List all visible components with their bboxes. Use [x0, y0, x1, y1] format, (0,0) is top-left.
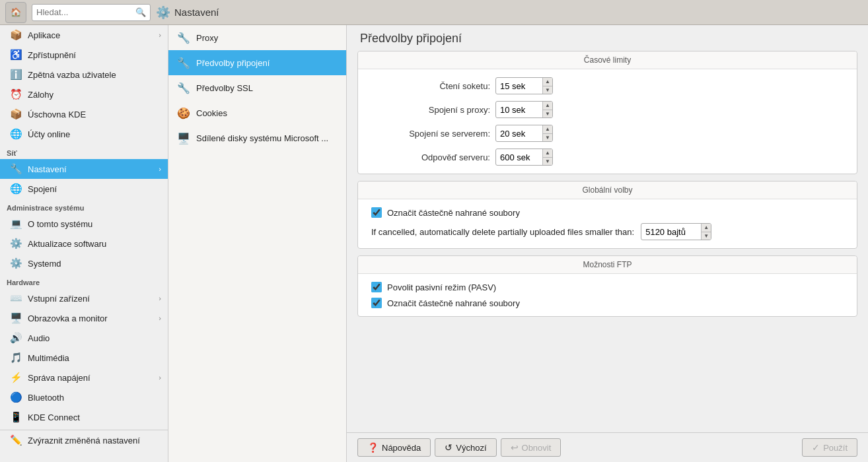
middle-label-sdilene-disky: Sdílené disky systému Microsoft ...: [196, 133, 328, 143]
vstupni-icon: ⌨️: [9, 292, 22, 305]
predvolby-ssl-icon: 🔧: [176, 81, 191, 95]
section-globalni-volby: Globální volby Označit částečně nahrané …: [357, 181, 857, 249]
napoveda-icon: ❓: [367, 442, 379, 453]
section-label-hardware: Hardware: [0, 273, 168, 288]
obrazovka-icon: 🖥️: [9, 312, 22, 325]
spin-up-proxy[interactable]: ▲: [543, 101, 552, 110]
sidebar-item-zpristupneni[interactable]: ♿ Zpřístupnění: [0, 45, 168, 65]
sidebar-item-multimedia[interactable]: 🎵 Multimédia: [0, 348, 168, 368]
sidebar-item-systemd[interactable]: ⚙️ Systemd: [0, 253, 168, 273]
sidebar-label-ucty-online: Účty online: [28, 129, 70, 139]
sidebar-item-zvyraznit[interactable]: ✏️ Zvýraznit změněná nastavení: [0, 430, 168, 450]
middle-item-proxy[interactable]: 🔧 Proxy: [168, 25, 346, 50]
spin-up-odpoved[interactable]: ▲: [543, 148, 552, 158]
sidebar-label-aktualizace: Aktualizace softwaru: [28, 239, 106, 249]
checkbox-oznacit-1[interactable]: [371, 207, 382, 218]
middle-item-predvolby-ssl[interactable]: 🔧 Předvolby SSL: [168, 75, 346, 100]
label-odpoved-serveru: Odpověď serveru:: [371, 152, 490, 162]
sidebar-item-spojeni[interactable]: 🌐 Spojení: [0, 179, 168, 199]
spin-up-cteni[interactable]: ▲: [543, 77, 552, 86]
aplikace-icon: 📦: [9, 28, 22, 42]
label-pasivni[interactable]: Povolit pasivní režim (PASV): [387, 282, 496, 292]
top-bar: 🏠 🔍 ⚙️ Nastavení: [0, 0, 868, 25]
spinner-cteni-soketu[interactable]: ▲ ▼: [495, 77, 553, 94]
content-panel: Předvolby připojení Časové limity Čtení …: [347, 25, 868, 462]
sidebar-label-audio: Audio: [28, 333, 50, 343]
search-box[interactable]: 🔍: [32, 4, 151, 21]
spin-down-auto-delete[interactable]: ▼: [702, 232, 711, 241]
sidebar-item-o-systemu[interactable]: 💻 O tomto systému: [0, 214, 168, 234]
spinner-odpoved-serveru[interactable]: ▲ ▼: [495, 148, 553, 166]
spin-buttons-odpoved: ▲ ▼: [542, 148, 552, 166]
middle-item-sdilene-disky[interactable]: 🖥️ Sdílené disky systému Microsoft ...: [168, 125, 346, 150]
napoveda-button[interactable]: ❓ Nápověda: [357, 438, 431, 457]
napajeni-icon: ⚡: [9, 371, 22, 384]
section-moznosti-ftp: Možnosti FTP Povolit pasivní režim (PASV…: [357, 255, 857, 317]
title-area: ⚙️ Nastavení: [156, 5, 219, 20]
spinner-spojeni-serverem[interactable]: ▲ ▼: [495, 125, 553, 142]
input-cteni-soketu[interactable]: [496, 81, 542, 91]
sidebar-label-spojeni: Spojení: [28, 184, 57, 194]
sidebar-item-aktualizace[interactable]: ⚙️ Aktualizace softwaru: [0, 234, 168, 253]
spin-buttons-auto-delete: ▲ ▼: [701, 223, 711, 240]
sidebar-item-audio[interactable]: 🔊 Audio: [0, 328, 168, 348]
sidebar-item-uschovna[interactable]: 📦 Úschovna KDE: [0, 104, 168, 124]
search-input[interactable]: [36, 7, 135, 17]
section-header-moznosti-ftp: Možnosti FTP: [358, 256, 857, 274]
sidebar-item-zpetna-vazba[interactable]: ℹ️ Zpětná vazba uživatele: [0, 65, 168, 84]
spinner-auto-delete[interactable]: ▲ ▼: [641, 223, 711, 240]
input-spojeni-serverem[interactable]: [496, 129, 542, 139]
middle-item-predvolby-pripojeni[interactable]: 🔧 Předvolby připojení: [168, 50, 346, 75]
search-icon: 🔍: [135, 7, 146, 17]
form-row-spojeni-proxy: Spojení s proxy: ▲ ▼: [371, 101, 844, 118]
spin-up-auto-delete[interactable]: ▲: [702, 223, 711, 232]
sidebar-label-uschovna: Úschovna KDE: [28, 110, 86, 119]
sidebar-item-napajeni[interactable]: ⚡ Správa napájení ›: [0, 368, 168, 387]
sidebar-label-nastaveni: Nastavení: [28, 164, 67, 174]
sidebar-item-zalohy[interactable]: ⏰ Zálohy: [0, 84, 168, 104]
sidebar-item-obrazovka[interactable]: 🖥️ Obrazovka a monitor ›: [0, 308, 168, 328]
section-content-globalni-volby: Označit částečně nahrané soubory If canc…: [358, 199, 857, 248]
sidebar-item-kde-connect[interactable]: 📱 KDE Connect: [0, 407, 168, 427]
label-oznacit-1[interactable]: Označit částečně nahrané soubory: [387, 208, 520, 218]
input-odpoved-serveru[interactable]: [496, 152, 542, 162]
home-button[interactable]: 🏠: [5, 2, 26, 23]
spin-down-serverem[interactable]: ▼: [543, 134, 552, 143]
label-oznacit-2[interactable]: Označit částečně nahrané soubory: [387, 298, 520, 308]
pouzit-label: Použít: [823, 443, 848, 453]
form-row-odpoved-serveru: Odpověď serveru: ▲ ▼: [371, 148, 844, 166]
section-content-moznosti-ftp: Povolit pasivní režim (PASV) Označit čás…: [358, 274, 857, 316]
cookies-icon: 🍪: [176, 106, 191, 120]
spin-up-serverem[interactable]: ▲: [543, 125, 552, 134]
spin-down-cteni[interactable]: ▼: [543, 86, 552, 95]
spinner-spojeni-proxy[interactable]: ▲ ▼: [495, 101, 553, 118]
predvolby-pripojeni-icon: 🔧: [176, 55, 191, 70]
input-spojeni-proxy[interactable]: [496, 105, 542, 115]
arrow-icon-vstupni: ›: [159, 294, 161, 302]
middle-panel: 🔧 Proxy 🔧 Předvolby připojení 🔧 Předvolb…: [168, 25, 347, 462]
middle-item-cookies[interactable]: 🍪 Cookies: [168, 100, 346, 125]
main-area: 📦 Aplikace › ♿ Zpřístupnění ℹ️ Zpětná va…: [0, 25, 868, 462]
sidebar-item-vstupni[interactable]: ⌨️ Vstupní zařízení ›: [0, 288, 168, 308]
input-auto-delete[interactable]: [641, 227, 701, 237]
napoveda-label: Nápověda: [382, 443, 421, 453]
sidebar-label-o-systemu: O tomto systému: [28, 219, 92, 229]
sidebar-item-ucty-online[interactable]: 🌐 Účty online: [0, 124, 168, 144]
section-label-admin: Administrace systému: [0, 199, 168, 214]
sidebar-item-aplikace[interactable]: 📦 Aplikace ›: [0, 25, 168, 45]
sidebar-item-bluetooth[interactable]: 🔵 Bluetooth: [0, 387, 168, 407]
checkbox-row-oznacit-2: Označit částečně nahrané soubory: [371, 298, 844, 308]
sidebar-group-admin: Administrace systému 💻 O tomto systému ⚙…: [0, 199, 168, 273]
spin-down-proxy[interactable]: ▼: [543, 110, 552, 119]
obnovit-button[interactable]: ↩ Obnovit: [501, 438, 561, 457]
sidebar-label-zalohy: Zálohy: [28, 90, 54, 100]
middle-label-proxy: Proxy: [196, 33, 218, 43]
sidebar-label-multimedia: Multimédia: [28, 353, 69, 363]
vychozi-button[interactable]: ↺ Výchozí: [435, 438, 496, 457]
pouzit-button[interactable]: ✓ Použít: [802, 438, 857, 457]
arrow-icon-obrazovka: ›: [159, 314, 161, 322]
checkbox-oznacit-2[interactable]: [371, 298, 382, 308]
checkbox-pasivni[interactable]: [371, 282, 382, 292]
sidebar-item-nastaveni[interactable]: 🔧 Nastavení ›: [0, 159, 168, 179]
spin-down-odpoved[interactable]: ▼: [543, 158, 552, 166]
